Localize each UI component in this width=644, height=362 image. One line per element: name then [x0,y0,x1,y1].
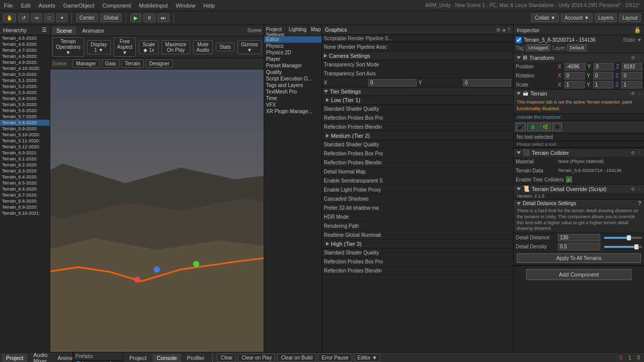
settings-editor[interactable]: Editor [264,36,321,43]
hier-item[interactable]: Terrain_5.5-2020: [0,102,50,108]
settings-physics[interactable]: Physics [264,43,321,49]
rotation-z-input[interactable] [621,72,642,79]
tab-console[interactable]: Console [152,354,181,362]
tab-profiler[interactable]: Profiler [183,354,209,362]
hier-item[interactable]: Terrain_4.7-2020: [0,47,50,53]
position-y-input[interactable] [594,63,614,70]
terrain-collider-header[interactable]: ⬛ Terrain Collider ⚙ ⋮ [514,148,644,157]
inspector-lock-btn[interactable]: 🔒 [634,27,641,33]
hier-item[interactable]: Terrain_4.8-2020: [0,53,50,59]
terrain-options[interactable]: ⚙ ⋮ [631,91,641,96]
menu-edit[interactable]: Edit [19,3,33,9]
settings-quality[interactable]: Quality [264,69,321,75]
hier-item[interactable]: Terrain_6.2-2020: [0,162,50,168]
terrain-header[interactable]: 🏔 Terrain ⚙ ⋮ [514,89,644,98]
hier-item[interactable]: Terrain_6.3-2020: [0,168,50,174]
detail-distance-help[interactable]: ? [638,201,641,206]
hier-item[interactable]: Terrain_4.9-2020: [0,59,50,65]
subtab-designer[interactable]: Designer [146,59,173,68]
hier-item[interactable]: Terrain_4.5-2020: [0,35,50,41]
hier-item[interactable]: Terrain_6.7-2020: [0,192,50,198]
detail-distance-slider-thumb[interactable] [627,235,631,240]
camera-settings-header[interactable]: Camera Settings [322,52,513,60]
toolbar-pause[interactable]: ⏸ [143,14,155,22]
tab-audio-mixer[interactable]: Audio Mixer [29,352,51,362]
hier-item[interactable]: Terrain_6.10-2021: [0,210,50,216]
enable-tree-checkbox[interactable]: ✓ [566,176,572,183]
add-component-btn[interactable]: Add Component [526,269,632,280]
tab-animation-bottom[interactable]: Animation [53,354,73,362]
toolbar-transform-scale[interactable]: ⇔ [31,14,42,22]
console-clear-on-build-btn[interactable]: Clear on Build [277,353,316,362]
hier-item[interactable]: Terrain_4.10-2020: [0,65,50,71]
hier-item[interactable]: Terrain_6.8-2020: [0,198,50,204]
hier-item[interactable]: Terrain_5.0-2020: [0,71,50,77]
tab-map[interactable]: Map [309,25,323,36]
y-axis-value[interactable]: 0 [463,79,511,86]
paint-tree-btn[interactable]: 🌲 [527,123,538,131]
subtab-terrain[interactable]: Terrain [121,59,144,68]
hier-item[interactable]: Terrain_5.10-2020: [0,132,50,138]
settings-player[interactable]: Player [264,56,321,62]
settings-tags-layers[interactable]: Tags and Layers [264,82,321,88]
maximize-play-btn[interactable]: Maximize On Play [162,40,190,54]
toolbar-layers[interactable]: Layers [595,14,617,22]
position-z-input[interactable] [622,63,642,70]
hier-item[interactable]: Terrain_6.6-2020: [0,186,50,192]
detail-distance-input[interactable] [558,234,600,241]
menu-file[interactable]: File [2,3,15,9]
toolbar-layout[interactable]: Layout [619,14,641,22]
scale-btn[interactable]: Scale ◆ 1x [139,40,158,54]
detail-density-slider-thumb[interactable] [634,244,638,249]
toolbar-account[interactable]: Account ▼ [561,14,593,22]
gizmos-btn[interactable]: Gizmos ▼ [237,40,262,54]
terrain-operations-btn[interactable]: Terrain Operations ▼ [52,37,84,57]
toolbar-transform-rect[interactable]: □ [44,14,54,22]
hier-item[interactable]: Terrain_5.6-2020: [0,108,50,114]
settings-vfx[interactable]: VFX [264,102,321,108]
toolbar-center[interactable]: Center [76,14,98,22]
hier-item[interactable]: Terrain_6.4-2020: [0,174,50,180]
hier-item[interactable]: Terrain_5.8-2020: [0,120,50,126]
hier-item[interactable]: Terrain_5.11-2020: [0,138,50,144]
terrain-detail-options[interactable]: ⚙ ⋮ [631,187,641,192]
paint-brush-btn[interactable]: 🖌 [516,123,526,131]
rotation-x-input[interactable] [565,72,585,79]
tab-project-settings[interactable]: Project Settings [264,25,287,36]
scale-x-input[interactable] [565,81,585,88]
toolbar-collab[interactable]: Collab ▼ [531,14,559,22]
hier-item[interactable]: Terrain_5.9-2020: [0,126,50,132]
display-btn[interactable]: Display 1 ▼ [87,40,111,54]
high-tier-header[interactable]: High (Tier 3) [322,240,513,248]
stats-btn[interactable]: Stats [216,43,234,51]
settings-script-execution[interactable]: Script Execution O... [264,75,321,82]
apply-all-terrains-btn[interactable]: Apply To All Terrains [517,253,641,263]
activate-inspector-link[interactable]: Activate this inspector [514,114,644,121]
hier-item[interactable]: Terrain_6.5-2020: [0,180,50,186]
toolbar-global[interactable]: Global [100,14,122,22]
terrain-detail-override-header[interactable]: 📜 Terrain Detail Override (Script) ⚙ ⋮ [514,185,644,193]
hier-item[interactable]: Terrain_5.2-2020: [0,83,50,89]
menu-assets[interactable]: Assets [37,3,57,9]
toolbar-transform-rotate[interactable]: ↺ [18,14,29,22]
settings-time[interactable]: Time [264,95,321,102]
hier-item[interactable]: Terrain_4.6-2020: [0,41,50,47]
position-x-input[interactable] [565,63,586,70]
hier-item[interactable]: Terrain_6.1-2020: [0,156,50,162]
tier-settings-header[interactable]: Tier Settings [322,87,513,96]
mute-audio-btn[interactable]: Mute Audio [193,40,213,54]
hier-item[interactable]: Terrain_6.0-2021: [0,150,50,156]
tab-scene[interactable]: Scene [52,27,76,35]
settings-xr-plugin[interactable]: XR Plugin Manage... [264,108,321,115]
free-aspect-btn[interactable]: Free Aspect ▼ [114,37,136,57]
settings-physics2d[interactable]: Physics 2D [264,49,321,56]
toolbar-transform-move[interactable]: ✋ [3,14,16,22]
console-error-pause-btn[interactable]: Error Pause [318,353,352,362]
low-tier-header[interactable]: Low (Tier 1) [322,96,513,105]
medium-tier-header[interactable]: Medium (Tier 2) [322,132,513,140]
console-clear-btn[interactable]: Clear [217,353,236,362]
hier-item[interactable]: Terrain_5.7-2020: [0,114,50,120]
tag-dropdown[interactable]: Untagged [526,44,550,51]
toolbar-step[interactable]: ⏭ [157,14,170,22]
transform-header[interactable]: ⊞ Transform ⚙ ⋮ [514,53,644,62]
